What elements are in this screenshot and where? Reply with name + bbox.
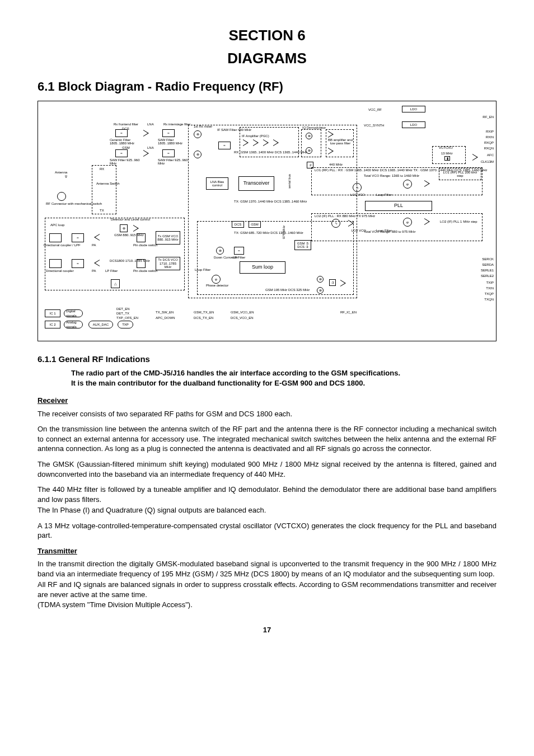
bb-amp-tri1 — [328, 131, 334, 138]
gsm-dcs-div-box: GSM :5 DCS :3 — [294, 240, 311, 250]
level-amp — [133, 225, 139, 232]
txp-ofs-label: TXP_OFS_EN — [116, 316, 138, 320]
vcc-synth-label: VCC_SYNTH — [364, 124, 384, 127]
sum-loop-phi: φ — [212, 275, 221, 284]
analog-signals-oval: Analog signals — [64, 321, 83, 328]
section-number: SECTION 6 — [38, 26, 496, 45]
rf-connector-label: RF Connector with mechanical switch — [46, 202, 102, 205]
lo1-phi: φ — [403, 180, 412, 189]
lna-label-1: LNA — [147, 123, 154, 126]
ldo-box-2: LDO — [402, 121, 425, 128]
lpf-pa-label: LP Filter — [105, 269, 118, 273]
lo1-vco-label: LO1 VCO — [350, 193, 365, 196]
rxip-label: RXIP — [486, 129, 494, 134]
rx-interstage-label: Rx interstage filter — [163, 123, 190, 126]
txiq-amp — [340, 280, 346, 287]
saw-filter-gsm1-icon: ≈ — [115, 149, 128, 157]
vcc-rf-label: VCC_RF — [368, 108, 382, 111]
det-tx-label: DET_TX — [116, 312, 129, 315]
transceiver-label-box: Transceiver — [238, 176, 274, 191]
lo2-amp1 — [348, 220, 354, 227]
lpfilter2-icon: ≈ — [234, 247, 244, 255]
dir-coupler-1-icon — [49, 233, 62, 242]
txp-oval: TXP — [118, 321, 133, 328]
dcs-filter-icon: ≈ — [72, 259, 84, 268]
txip-label: TXIP — [486, 280, 494, 285]
bb-amp-tri2 — [328, 148, 334, 154]
pin-diode-2-label: Pin diode switch — [133, 269, 157, 273]
saw-filter-gsm1-label: SAW Filter 925..960 MHz — [110, 158, 140, 166]
det-icon-triangle: △ — [111, 279, 120, 288]
sum-loop-label-box: Sum loop — [240, 261, 285, 274]
antenna-switch-box — [92, 165, 116, 214]
lo1-vco-icon: ∿ — [353, 183, 362, 192]
subsubsection-heading: 6.1.1 General RF Indications — [38, 354, 496, 365]
dir-coupler-2-label: Directional coupler — [46, 269, 74, 273]
tx-gsm-vco-box: Tx GSM VCO 880..915 MHz — [156, 231, 180, 245]
mixer-icon-1: ⊗ — [194, 130, 202, 138]
receiver-heading: Receiver — [38, 396, 496, 406]
lna-amp-icon-2 — [143, 150, 149, 157]
if-amp-tri3 — [263, 139, 269, 146]
ldo-box-1: LDO — [402, 106, 425, 112]
receiver-p4: The 440 MHz filter is followed by a tune… — [38, 485, 496, 504]
down-conv-mixer: ⊗ — [216, 247, 224, 255]
mhz13-label: 13 MHz — [441, 152, 453, 155]
receiver-p3: The GMSK (Gaussian-filtered minimum shif… — [38, 459, 496, 479]
if-amp-label: IF Amplifier (PGC) — [242, 134, 269, 138]
rf-block-diagram: VCC_RF LDO VCC_SYNTH LDO RF_EN Rx fronte… — [38, 101, 496, 341]
rx-freq-label: RX: GSM 1365..1400 MHz DCS 1365..1440 MH… — [234, 151, 307, 154]
antenna-switch-label: Antenna Switch — [96, 182, 120, 185]
antenna-label: Antenna — [55, 171, 67, 174]
lo1-rf-pll-label-box: LO1 (RF) PLL 200 kHz step — [439, 168, 481, 180]
subsection-heading: 6.1 Block Diagram - Radio Frequency (RF) — [38, 78, 496, 95]
gsm-if-label: GSM 195 MHz DCS 325 MHz — [265, 288, 310, 292]
lo2-vco-label: LO2 VCO — [352, 229, 366, 232]
pin-diode-1 — [137, 233, 146, 242]
rxqn-label: RXQN — [484, 146, 494, 151]
rf-en-label: RF_EN — [483, 115, 494, 119]
tx-label: TX — [100, 209, 104, 212]
gsm-tx-en-label: GSM_TX_EN — [194, 311, 214, 314]
gsm-filter-icon: ≈ — [72, 233, 84, 242]
pin-diode-1-label: Pin diode switch — [133, 243, 157, 247]
lna-bias-box: LNA Bias control — [206, 177, 228, 190]
txiq-mixer-i: ⊗ — [317, 276, 324, 283]
saw-filter-dcs-label: SAW Filter 1805..1880 MHz — [158, 138, 189, 145]
div3-box: :3 — [329, 279, 336, 286]
txin-label: TXIN — [486, 286, 494, 290]
dir-coupler-1-label: Directional coupler / LPF — [44, 243, 81, 247]
ceramic-filter-icon: ≈ — [115, 129, 128, 137]
intro-line-1: The radio part of the CMD-J5/J16 handles… — [71, 368, 496, 378]
clk-buffer — [472, 154, 478, 161]
pa-label-2: PA — [92, 269, 96, 273]
lna-amp-icon-1 — [143, 130, 149, 137]
ceramic-filter-label: Ceramic Filter 1805..1880 MHz — [110, 138, 140, 145]
ic2-box: IC 2 — [45, 321, 60, 328]
tx-freq-label: TX: GSM 1370..1440 MHz DCS 1385..1460 MH… — [234, 200, 307, 203]
txiq-mixer-q: ⊗ — [317, 287, 324, 294]
loop-filter-label: Loop Filter — [195, 268, 210, 271]
level-ctl-icon: ⊕ — [120, 224, 128, 232]
receiver-p1: The receiver consists of two separated R… — [38, 409, 496, 419]
f440-label: 440 MHz — [329, 163, 343, 166]
digital-signals-oval: Digital signals — [64, 309, 83, 317]
saw-filter-dcs-icon: ≈ — [162, 129, 175, 137]
rxqp-label: RXQP — [484, 140, 494, 145]
tx-sw-en-label: TX_SW_EN — [156, 311, 174, 314]
lna-label-2: LNA — [147, 146, 154, 149]
sumloop-switch-gsm: GSM — [249, 221, 261, 228]
loop-filter2-label: Loop Filter — [376, 193, 392, 196]
xtal-icon: ▮ — [444, 156, 450, 161]
pa-dcs — [94, 260, 100, 266]
serle2-label: SERLE2 — [481, 274, 494, 278]
serck-label: SERCK — [482, 257, 494, 261]
dcs-tx-en-label: DCS_TX_EN — [194, 316, 213, 320]
first-mixer-label: 1st Rx mixer — [194, 125, 212, 128]
lo2-if-pll-label: LO2 (IF) PLL 1 MHz step — [440, 220, 477, 223]
transmitter-p2: All RF and IQ signals are balanced signa… — [38, 580, 496, 599]
receiver-p2: On the transmission line between the ant… — [38, 424, 496, 454]
tx-freq2-label: TX: GSM 685..720 MHz DCS 1385..1460 MHz — [234, 231, 303, 234]
transmitter-p3: (TDMA system "Time Division Multiple Acc… — [38, 600, 496, 610]
phase-det-label: Phase detector — [206, 284, 228, 287]
